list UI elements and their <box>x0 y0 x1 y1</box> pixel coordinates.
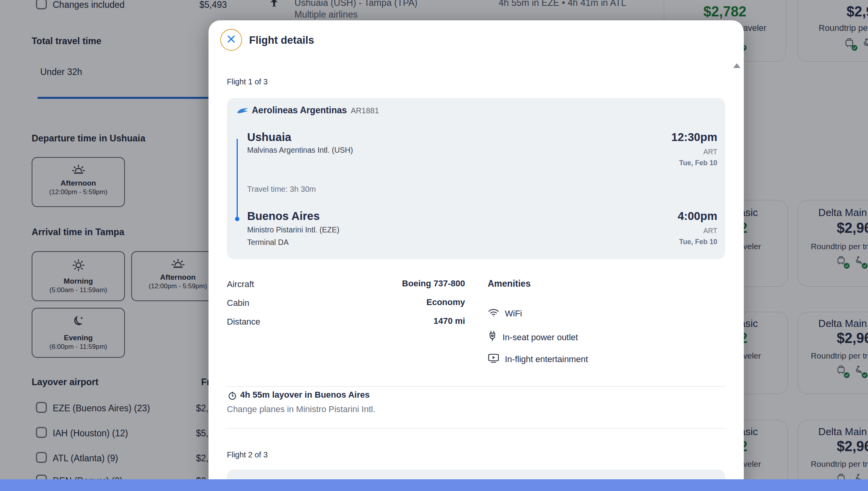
distance-value: 1470 mi <box>227 316 465 326</box>
flight-details-modal: Flight details Flight 1 of 3 Aerolineas … <box>209 20 744 491</box>
amenity-entertainment: In-flight entertainment <box>488 353 588 366</box>
arrival-time: 4:00pm <box>677 210 717 223</box>
segment-card: Aerolineas Argentinas AR1881 Ushuaia Mal… <box>227 98 725 259</box>
wifi-icon <box>488 308 499 320</box>
cabin-value: Economy <box>227 297 465 307</box>
amenity-label: In-seat power outlet <box>503 332 578 343</box>
travel-time: Travel time: 3h 30m <box>247 185 316 194</box>
flight-1-label: Flight 1 of 3 <box>227 77 268 86</box>
flight-2-label: Flight 2 of 3 <box>227 450 268 459</box>
section-divider <box>227 386 725 387</box>
close-button[interactable] <box>220 29 242 51</box>
flight-search-page: Changes included $5,493 Total travel tim… <box>0 0 868 491</box>
departure-time: 12:30pm <box>671 131 717 144</box>
power-outlet-icon <box>488 330 497 345</box>
departure-date: Tue, Feb 10 <box>679 159 717 167</box>
airline-name: Aerolineas Argentinas <box>252 105 347 116</box>
section-divider <box>227 428 725 429</box>
departure-airport: Malvinas Argentinas Intl. (USH) <box>247 146 353 155</box>
amenity-label: In-flight entertainment <box>505 354 588 364</box>
arrival-timezone: ART <box>703 227 717 235</box>
departure-city: Ushuaia <box>247 131 291 144</box>
amenity-label: WiFi <box>505 309 522 319</box>
layover-clock-icon <box>228 391 237 402</box>
airline-row: Aerolineas Argentinas AR1881 <box>237 105 379 116</box>
aircraft-value: Boeing 737-800 <box>227 279 465 289</box>
airline-bird-icon <box>237 108 248 116</box>
flight-number: AR1881 <box>351 106 379 115</box>
scroll-up-arrow[interactable] <box>733 63 740 68</box>
amenity-power: In-seat power outlet <box>488 330 578 345</box>
amenities-title: Amenities <box>488 279 531 289</box>
amenity-wifi: WiFi <box>488 308 522 320</box>
timeline-dot <box>235 217 239 221</box>
close-icon <box>226 34 236 46</box>
layover-title: 4h 55m layover in Buenos Aires <box>240 390 370 400</box>
arrival-airport: Ministro Pistarini Intl. (EZE) <box>247 225 339 234</box>
entertainment-screen-icon <box>488 353 499 366</box>
modal-title: Flight details <box>249 34 314 46</box>
departure-timezone: ART <box>703 148 717 156</box>
arrival-terminal: Terminal DA <box>247 238 289 247</box>
bottom-highlight-bar <box>0 479 868 491</box>
arrival-city: Buenos Aires <box>247 210 320 223</box>
timeline-line <box>237 139 238 218</box>
layover-subtitle: Change planes in Ministro Pistarini Intl… <box>227 404 375 414</box>
arrival-date: Tue, Feb 10 <box>679 238 717 246</box>
